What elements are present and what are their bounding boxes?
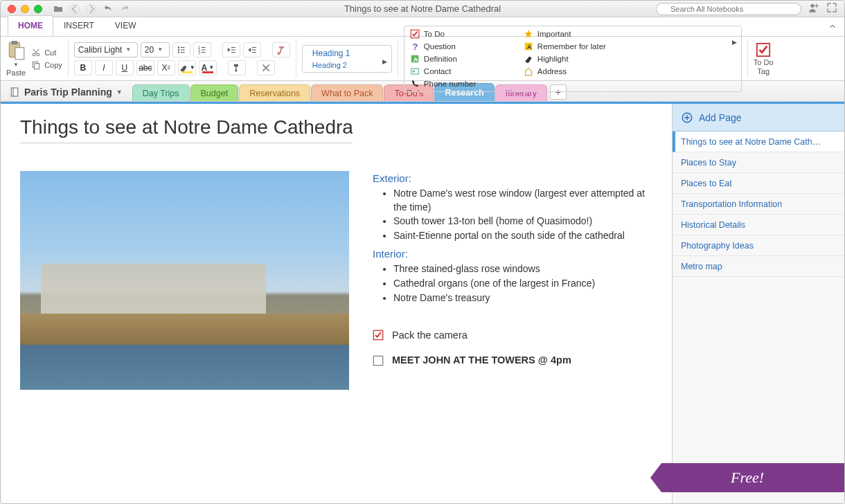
heading2-style[interactable]: Heading 2 <box>312 61 384 69</box>
tags-gallery: To Do Important ?Question ARemember for … <box>404 26 742 92</box>
svg-rect-26 <box>11 88 17 96</box>
page-canvas[interactable]: Exterior: Notre Dame's west rose window … <box>1 104 672 503</box>
dropdown-arrow-icon: ▼ <box>116 89 123 96</box>
todo-tag-button[interactable]: To Do Tag <box>754 42 774 75</box>
tag-remember[interactable]: ARemember for later <box>524 42 626 51</box>
todo-item[interactable]: MEET JOHN AT THE TOWERS @ 4pm <box>373 353 652 367</box>
notebook-icon <box>9 87 20 98</box>
tag-todo[interactable]: To Do <box>410 29 513 39</box>
svg-point-1 <box>87 4 96 13</box>
ribbon-collapse-icon[interactable] <box>828 21 837 33</box>
number-list-button[interactable]: 123 <box>193 42 211 57</box>
section-tab[interactable]: Day Trips <box>132 84 190 101</box>
font-color-button[interactable]: A▼ <box>199 60 217 75</box>
indent-button[interactable] <box>243 42 261 57</box>
ribbon-tab-insert[interactable]: INSERT <box>53 15 105 36</box>
styles-expand-icon[interactable]: ▶ <box>382 58 387 65</box>
dropdown-arrow-icon: ▼ <box>13 62 19 68</box>
window-minimize[interactable] <box>21 5 29 13</box>
strikethrough-button[interactable]: abc <box>136 60 154 75</box>
svg-rect-29 <box>373 356 382 365</box>
svg-point-24 <box>412 70 415 73</box>
clear-formatting-button[interactable] <box>272 42 290 57</box>
svg-point-3 <box>810 4 814 8</box>
tag-highlight[interactable]: Highlight <box>524 54 626 64</box>
ribbon-tab-home[interactable]: HOME <box>8 15 53 36</box>
section-tab[interactable]: What to Pack <box>311 84 383 101</box>
format-painter-button[interactable] <box>228 60 246 75</box>
add-page-button[interactable]: Add Page <box>673 104 844 132</box>
font-family-select[interactable]: Calibri Light▼ <box>74 42 138 57</box>
styles-gallery[interactable]: Heading 1 Heading 2 ▶ <box>302 45 392 73</box>
redo-icon[interactable] <box>118 3 131 15</box>
italic-button[interactable]: I <box>95 60 113 75</box>
subscript-button[interactable]: X2 <box>157 60 175 75</box>
undo-icon[interactable] <box>102 3 114 15</box>
page-item[interactable]: Photography Ideas <box>673 235 844 256</box>
tag-address[interactable]: Address <box>524 66 626 76</box>
underline-button[interactable]: U <box>116 60 134 75</box>
cut-button[interactable]: Cut <box>31 48 62 57</box>
paste-button[interactable]: ▼ Paste <box>6 40 26 77</box>
tag-phone[interactable]: Phone number <box>410 79 513 89</box>
ribbon-tab-view[interactable]: VIEW <box>105 15 147 36</box>
svg-text:?: ? <box>412 42 418 51</box>
window-zoom[interactable] <box>34 5 42 13</box>
heading1-style[interactable]: Heading 1 <box>312 48 384 58</box>
tags-expand-icon[interactable]: ▶ <box>732 39 737 46</box>
note-image[interactable] <box>20 171 349 390</box>
svg-text:A: A <box>526 43 531 50</box>
exterior-heading: Exterior: <box>373 171 652 186</box>
share-icon[interactable] <box>808 2 819 15</box>
outdent-button[interactable] <box>222 42 240 57</box>
tag-definition[interactable]: ADefinition <box>410 54 513 64</box>
svg-point-13 <box>178 51 179 53</box>
ribbon: ▼ Paste Cut Copy Calibri Light▼ 20▼ 123 <box>1 37 844 81</box>
tag-important[interactable]: Important <box>524 29 626 39</box>
back-icon[interactable] <box>69 3 81 15</box>
tag-contact[interactable]: Contact <box>410 66 513 76</box>
page-title-input[interactable] <box>20 116 353 143</box>
list-item: Notre Dame's treasury <box>393 291 652 305</box>
page-item[interactable]: Places to Stay <box>673 152 844 173</box>
page-panel: Add Page Things to see at Notre Dame Cat… <box>672 104 844 503</box>
fullscreen-icon[interactable] <box>826 2 837 15</box>
page-item[interactable]: Transportation Information <box>673 194 844 215</box>
svg-point-12 <box>178 48 179 50</box>
svg-point-0 <box>70 4 79 13</box>
svg-rect-10 <box>35 63 39 69</box>
notebook-select[interactable]: Paris Trip Planning ▼ <box>1 87 132 101</box>
svg-text:3: 3 <box>198 51 200 55</box>
svg-text:A: A <box>413 55 418 62</box>
highlight-button[interactable]: ▼ <box>178 60 196 75</box>
interior-heading: Interior: <box>373 246 652 261</box>
todo-item[interactable]: Pack the camera <box>373 328 652 342</box>
search-input[interactable] <box>656 3 801 15</box>
svg-rect-5 <box>12 41 18 44</box>
window-close[interactable] <box>8 5 16 13</box>
section-tab[interactable]: Reservations <box>239 84 310 101</box>
svg-rect-6 <box>15 48 24 60</box>
delete-button[interactable] <box>257 60 275 75</box>
font-size-select[interactable]: 20▼ <box>141 42 170 57</box>
page-item[interactable]: Metro map <box>673 256 844 277</box>
list-item: Three stained-glass rose windows <box>393 262 652 276</box>
unchecked-box-icon[interactable] <box>373 355 384 366</box>
checked-box-icon[interactable] <box>373 330 384 341</box>
add-icon <box>681 111 693 124</box>
tag-question[interactable]: ?Question <box>410 42 513 51</box>
folder-icon[interactable] <box>52 3 64 15</box>
list-item: Notre Dame's west rose window (largest e… <box>393 187 652 214</box>
page-item[interactable]: Places to Eat <box>673 173 844 194</box>
list-item: Cathedral organs (one of the largest in … <box>393 277 652 291</box>
page-item[interactable]: Things to see at Notre Dame Cath… <box>673 132 844 152</box>
bold-button[interactable]: B <box>74 60 92 75</box>
bullet-list-button[interactable] <box>172 42 190 57</box>
paste-label: Paste <box>6 69 26 77</box>
note-text[interactable]: Exterior: Notre Dame's west rose window … <box>373 171 652 390</box>
section-tab[interactable]: Budget <box>190 84 239 101</box>
forward-icon[interactable] <box>85 3 98 15</box>
copy-button[interactable]: Copy <box>31 60 62 70</box>
page-item[interactable]: Historical Details <box>673 215 844 235</box>
list-item: South tower 13-ton bell (home of Quasimo… <box>393 215 652 228</box>
